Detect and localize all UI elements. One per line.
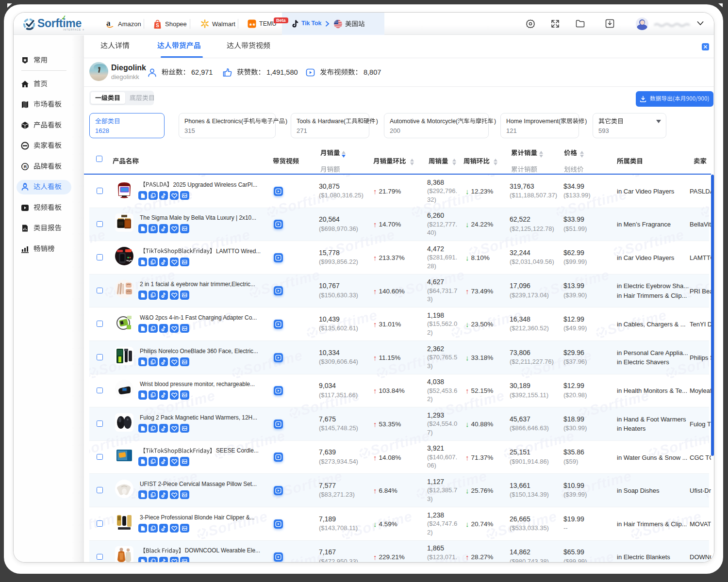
svg-text:R: R: [24, 164, 27, 169]
svg-text:★★: ★★: [249, 22, 256, 27]
svg-text:S: S: [156, 22, 159, 28]
